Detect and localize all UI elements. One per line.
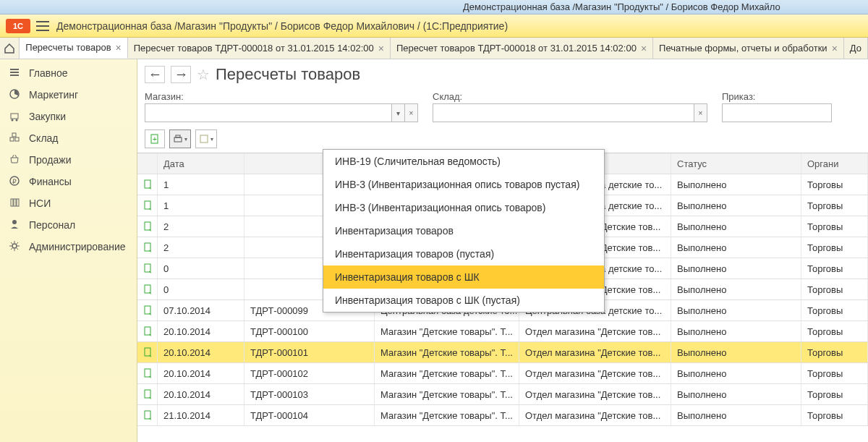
cell-date: 20.10.2014 xyxy=(158,342,244,362)
table-row[interactable]: 20.10.2014ТДРТ-000103Магазин "Детские то… xyxy=(137,384,868,405)
cell-date: 1 xyxy=(158,174,244,195)
svg-rect-19 xyxy=(174,137,182,142)
create-button[interactable]: + xyxy=(145,129,165,148)
document-icon xyxy=(143,179,151,190)
document-icon xyxy=(143,389,151,399)
tab-label: Печатные формы, отчеты и обработки xyxy=(659,43,827,54)
cell-org: Торговы xyxy=(801,174,868,195)
table-row[interactable]: 20.10.2014ТДРТ-000101Магазин "Детские то… xyxy=(137,342,868,363)
row-icon-cell xyxy=(137,237,158,258)
table-row[interactable]: 20.10.2014ТДРТ-000102Магазин "Детские то… xyxy=(137,363,868,384)
filter-order: Приказ: xyxy=(722,91,832,122)
dropdown-item[interactable]: Инвентаризация товаров с ШК (пустая) xyxy=(323,289,604,312)
cell-date: 20.10.2014 xyxy=(158,321,244,341)
tab-label: Пересчеты товаров xyxy=(25,42,111,53)
cell-date: 2 xyxy=(158,237,244,258)
cell-org: Торговы xyxy=(801,279,868,299)
reports-button[interactable]: ▾ xyxy=(195,129,217,148)
col-status[interactable]: Статус xyxy=(671,153,801,174)
tab-0[interactable]: Пересчеты товаров× xyxy=(20,38,127,59)
svg-text:₽: ₽ xyxy=(12,178,17,185)
tab-3[interactable]: Печатные формы, отчеты и обработки× xyxy=(653,38,844,59)
clear-icon[interactable]: × xyxy=(404,104,417,122)
favorite-icon[interactable]: ☆ xyxy=(197,66,210,83)
sidebar-item-8[interactable]: Администрирование xyxy=(0,236,137,258)
tab-4[interactable]: До xyxy=(844,38,868,59)
svg-rect-24 xyxy=(145,222,150,230)
sidebar-item-label: Продажи xyxy=(29,154,71,166)
cart-icon xyxy=(9,110,22,123)
filter-warehouse-input[interactable] xyxy=(433,104,694,122)
sidebar-item-6[interactable]: НСИ xyxy=(0,192,137,214)
filter-order-combo[interactable] xyxy=(722,103,832,122)
cell-store: Магазин "Детские товары". Т... xyxy=(375,342,519,362)
table-row[interactable]: 20.10.2014ТДРТ-000100Магазин "Детские то… xyxy=(137,321,868,342)
col-date[interactable]: Дата xyxy=(158,153,244,174)
page-title: Пересчеты товаров xyxy=(216,65,360,84)
cell-org: Торговы xyxy=(801,258,868,279)
print-button[interactable]: ▾ xyxy=(169,129,191,148)
sidebar-item-4[interactable]: Продажи xyxy=(0,149,137,171)
close-icon[interactable]: × xyxy=(378,43,384,54)
cell-warehouse: Отдел магазина "Детские тов... xyxy=(519,405,671,425)
svg-rect-8 xyxy=(15,137,19,141)
dropdown-item[interactable]: Инвентаризация товаров xyxy=(323,219,604,242)
forward-button[interactable]: 🡒 xyxy=(171,66,191,83)
svg-rect-21 xyxy=(200,135,208,143)
filter-shop-combo[interactable]: ▾ × xyxy=(145,103,418,122)
svg-point-5 xyxy=(12,119,14,122)
sidebar-item-3[interactable]: Склад xyxy=(0,127,137,149)
close-icon[interactable]: × xyxy=(832,43,838,54)
dropdown-item[interactable]: ИНВ-3 (Инвентаризационная опись товаров … xyxy=(323,173,604,196)
dropdown-item[interactable]: Инвентаризация товаров с ШК xyxy=(323,265,604,289)
svg-rect-30 xyxy=(145,348,150,356)
dropdown-item[interactable]: ИНВ-3 (Инвентаризационная опись товаров) xyxy=(323,196,604,219)
cell-number: ТДРТ-000103 xyxy=(244,384,375,404)
filter-warehouse: Склад: × xyxy=(433,91,707,122)
basket-icon xyxy=(9,153,22,166)
filter-shop-input[interactable] xyxy=(145,104,391,122)
sidebar-item-5[interactable]: ₽Финансы xyxy=(0,171,137,192)
dropdown-item[interactable]: ИНВ-19 (Сличительная ведомость) xyxy=(323,150,604,173)
coin-icon: ₽ xyxy=(9,175,22,188)
cell-number: ТДРТ-000100 xyxy=(244,321,375,341)
sidebar-item-label: Финансы xyxy=(29,176,72,187)
clear-icon[interactable]: × xyxy=(694,104,707,122)
close-icon[interactable]: × xyxy=(116,42,122,54)
row-icon-cell xyxy=(137,279,158,299)
sidebar-item-2[interactable]: Закупки xyxy=(0,106,137,127)
cell-status: Выполнено xyxy=(671,279,801,299)
sidebar-item-0[interactable]: Главное xyxy=(0,62,137,84)
dropdown-item[interactable]: Инвентаризация товаров (пустая) xyxy=(323,242,604,265)
sidebar-item-7[interactable]: Персонал xyxy=(0,214,137,236)
svg-rect-14 xyxy=(17,199,19,206)
col-org[interactable]: Органи xyxy=(801,153,868,174)
cell-store: Магазин "Детские товары". Т... xyxy=(375,405,519,425)
cell-status: Выполнено xyxy=(671,405,801,425)
document-add-icon: + xyxy=(150,134,160,144)
home-tab[interactable] xyxy=(0,38,20,59)
tab-2[interactable]: Пересчет товаров ТДРТ-000018 от 31.01.20… xyxy=(391,38,653,59)
col-icon[interactable] xyxy=(137,153,158,174)
row-icon-cell xyxy=(137,216,158,237)
cell-org: Торговы xyxy=(801,321,868,341)
filter-warehouse-combo[interactable]: × xyxy=(433,103,707,122)
back-button[interactable]: 🡐 xyxy=(145,66,165,83)
menu-icon[interactable] xyxy=(36,21,49,31)
sidebar-item-1[interactable]: Маркетинг xyxy=(0,84,137,106)
filter-order-input[interactable] xyxy=(723,104,831,122)
close-icon[interactable]: × xyxy=(641,43,647,54)
document-icon xyxy=(143,284,151,294)
dropdown-icon[interactable]: ▾ xyxy=(391,104,404,122)
table-row[interactable]: 21.10.2014ТДРТ-000104Магазин "Детские то… xyxy=(137,405,868,426)
filter-shop-label: Магазин: xyxy=(145,91,418,102)
tab-1[interactable]: Пересчет товаров ТДРТ-000018 от 31.01.20… xyxy=(128,38,391,59)
svg-rect-7 xyxy=(10,137,14,141)
printer-icon xyxy=(173,134,183,144)
gear-icon xyxy=(9,240,22,253)
sidebar-item-label: Маркетинг xyxy=(29,89,78,101)
row-icon-cell xyxy=(137,384,158,404)
svg-rect-4 xyxy=(11,114,18,119)
row-icon-cell xyxy=(137,405,158,425)
cell-warehouse: Отдел магазина "Детские тов... xyxy=(519,384,671,404)
